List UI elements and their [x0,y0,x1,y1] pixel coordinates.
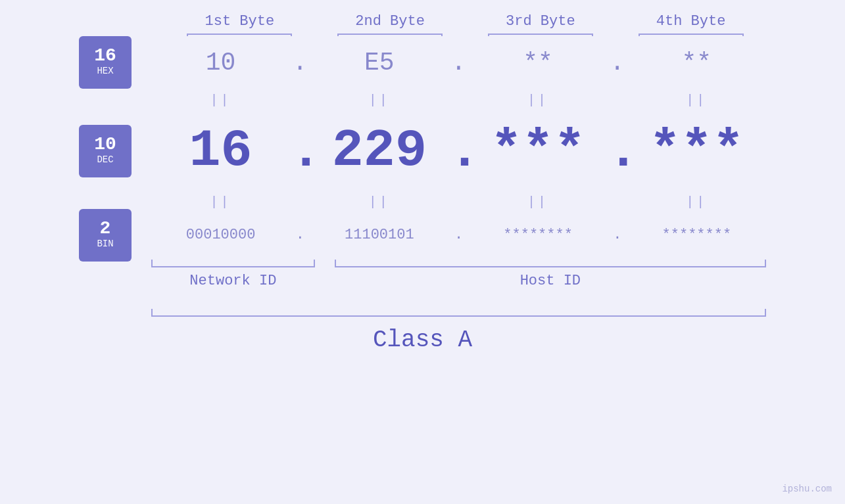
bin-badge: 2 BIN [79,209,132,262]
eq-row-2: || || || || [79,191,766,214]
network-bracket [151,260,315,267]
bin-d3: . [608,227,627,243]
host-bracket [335,260,766,267]
bin-b2: 11100101 [310,227,448,243]
dec-badge-label: DEC [97,154,113,167]
eq2-b4: || [627,195,766,210]
hex-row: 16 HEX 10 . E5 . ** . ** [79,36,766,89]
eq1-b2: || [310,93,448,108]
dec-d3: . [608,122,627,181]
bin-badge-label: BIN [97,238,113,251]
byte2-header: 2nd Byte [315,13,466,36]
hex-d3: . [608,49,627,77]
hex-badge-col: 16 HEX [79,36,151,89]
byte-headers: 1st Byte 2nd Byte 3rd Byte 4th Byte [79,13,766,36]
hex-b3: ** [469,49,608,77]
hex-badge-number: 16 [94,47,116,65]
eq2-b3: || [469,195,608,210]
bin-row: 2 BIN 00010000 . 11100101 . ******** . [79,214,766,256]
hex-badge: 16 HEX [79,36,132,89]
full-bracket [151,309,766,317]
bin-d2: . [449,227,469,243]
byte1-header: 1st Byte [164,13,315,36]
hex-bytes: 10 . E5 . ** . ** [151,49,766,77]
labels-row: Network ID Host ID [151,273,766,289]
bin-badge-col: 2 BIN [79,209,151,262]
dec-b2: 229 [310,125,448,177]
host-id-label: Host ID [335,273,766,289]
bin-badge-number: 2 [100,219,111,238]
byte3-header: 3rd Byte [466,13,616,36]
bin-b1: 00010000 [151,227,290,243]
hex-badge-label: HEX [97,65,113,78]
eq1-b3: || [469,93,608,108]
hex-b4: ** [627,49,766,77]
label-gap [315,273,335,289]
eq1-b1: || [151,93,290,108]
dec-row: 10 DEC 16 . 229 . *** . *** [79,112,766,191]
dec-d1: . [290,122,310,181]
class-label: Class A [373,327,472,354]
eq2-b2: || [310,195,448,210]
dec-b3: *** [469,125,608,177]
dec-badge-col: 10 DEC [79,125,151,177]
full-bracket-row [79,309,766,317]
bin-b4: ******** [627,227,766,243]
network-id-label: Network ID [151,273,315,289]
bin-bytes: 00010000 . 11100101 . ******** . *******… [151,227,766,243]
hex-d2: . [449,49,469,77]
eq2-b1: || [151,195,290,210]
dec-b1: 16 [151,125,290,177]
hex-b1: 10 [151,49,290,77]
bottom-area: Network ID Host ID [79,260,766,289]
dec-badge: 10 DEC [79,125,132,177]
class-label-row: Class A [79,327,766,354]
dec-d2: . [449,122,469,181]
dec-bytes: 16 . 229 . *** . *** [151,122,766,181]
hex-b2: E5 [310,49,448,77]
watermark: ipshu.com [782,484,832,494]
bracket-row [151,260,766,267]
dec-badge-number: 10 [94,135,116,154]
byte4-header: 4th Byte [616,13,766,36]
bracket-gap [315,260,335,267]
eq-row-1: || || || || [79,89,766,112]
bin-b3: ******** [469,227,608,243]
dec-b4: *** [627,125,766,177]
main-container: 1st Byte 2nd Byte 3rd Byte 4th Byte 16 H… [0,0,845,504]
bin-d1: . [290,227,310,243]
eq1-b4: || [627,93,766,108]
hex-d1: . [290,49,310,77]
